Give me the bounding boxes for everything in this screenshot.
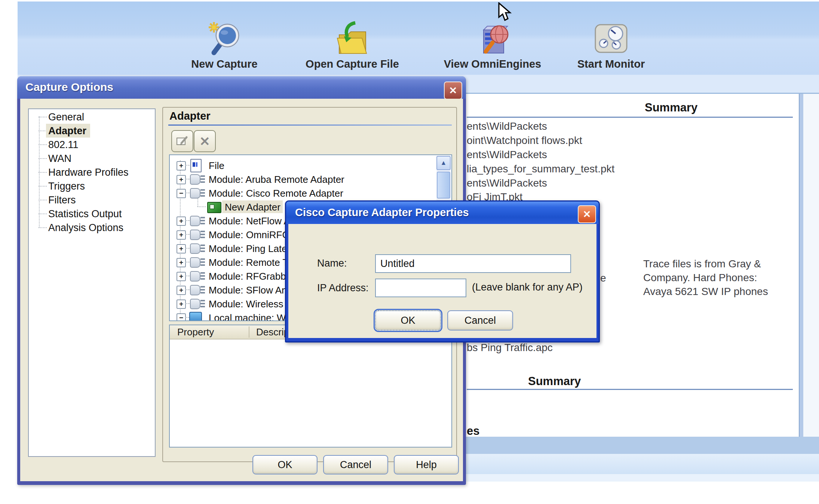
tree-row-module-cisco[interactable]: − Module: Cisco Remote Adapter	[170, 187, 450, 199]
sidebar-item-analysis-options[interactable]: Analysis Options	[29, 221, 152, 234]
help-button[interactable]: Help	[394, 455, 459, 474]
pencil-icon	[176, 135, 189, 148]
column-divider[interactable]	[249, 326, 249, 338]
cancel-button[interactable]: Cancel	[323, 455, 388, 474]
file-line: ents\WildPackets	[467, 149, 547, 161]
summary-rule-1	[467, 117, 793, 118]
description-column-header[interactable]: Descrip	[256, 326, 289, 338]
file-line: lia_types_for_summary_test.pkt	[467, 163, 614, 175]
expand-plus-icon[interactable]: +	[177, 230, 186, 240]
cisco-ok-button[interactable]: OK	[375, 310, 441, 331]
file-line: ents\WildPackets	[467, 120, 547, 132]
plug-icon	[189, 284, 206, 295]
sidebar-item-hardware-profiles[interactable]: Hardware Profiles	[29, 166, 152, 179]
app-window: New Capture Open Capture File View OmniE…	[0, 0, 819, 504]
partial-text-es: es	[467, 424, 479, 438]
cisco-dialog-title: Cisco Capture Adapter Properties	[295, 206, 469, 219]
expand-plus-icon[interactable]: +	[177, 175, 186, 184]
edit-adapter-button[interactable]	[171, 130, 193, 152]
collapse-minus-icon[interactable]: −	[177, 313, 186, 321]
tree-row-module-aruba[interactable]: + Module: Aruba Remote Adapter	[170, 173, 450, 185]
name-field[interactable]	[375, 254, 571, 273]
window-right-margin	[803, 94, 819, 437]
trace-note-line3: Avaya 5621 SW IP phones	[643, 286, 768, 298]
sidebar-item-wan[interactable]: WAN	[29, 152, 152, 165]
file-line: oint\Watchpoint flows.pkt	[467, 135, 582, 147]
expand-plus-icon[interactable]: +	[177, 272, 186, 281]
partial-text-e: e	[600, 272, 606, 284]
ip-address-label: IP Address:	[317, 282, 369, 294]
plug-icon	[189, 187, 206, 199]
new-capture-button[interactable]	[206, 21, 243, 58]
tree-row-file[interactable]: + File	[170, 160, 450, 171]
collapse-minus-icon[interactable]: −	[177, 189, 186, 198]
file-line: ents\WildPackets	[467, 177, 547, 189]
start-monitor-icon	[592, 19, 630, 57]
plug-icon	[189, 256, 206, 268]
start-monitor-label: Start Monitor	[559, 58, 663, 70]
property-list[interactable]: Property Descrip	[169, 325, 452, 448]
open-capture-file-icon	[334, 21, 371, 58]
mouse-cursor	[497, 2, 512, 23]
plug-icon	[189, 298, 206, 309]
new-capture-label: New Capture	[172, 58, 277, 70]
adapter-panel-header: Adapter	[169, 110, 211, 122]
summary-rule-2	[467, 389, 793, 390]
computer-icon	[189, 312, 202, 321]
plug-icon	[189, 215, 206, 226]
view-omniengines-icon	[473, 19, 512, 59]
plug-icon	[189, 173, 206, 185]
expand-plus-icon[interactable]: +	[177, 244, 186, 253]
sidebar-item-general[interactable]: General	[29, 111, 152, 123]
sidebar-item-adapter[interactable]: Adapter	[29, 125, 152, 137]
scrollbar-thumb[interactable]	[437, 172, 450, 199]
plug-icon	[189, 229, 206, 240]
new-adapter-icon	[207, 202, 221, 213]
name-label: Name:	[317, 258, 347, 269]
cisco-cancel-button[interactable]: Cancel	[447, 310, 513, 331]
cisco-adapter-properties-dialog: Cisco Capture Adapter Properties ✕ Name:…	[285, 200, 600, 342]
new-capture-icon	[206, 21, 243, 58]
sidebar-item-filters[interactable]: Filters	[29, 194, 152, 206]
summary-heading-2: Summary	[528, 375, 581, 388]
summary-heading-1: Summary	[645, 101, 697, 114]
capture-options-close-button[interactable]: ✕	[444, 82, 462, 99]
plug-icon	[189, 270, 206, 282]
property-column-header[interactable]: Property	[177, 326, 214, 338]
expand-plus-icon[interactable]: +	[177, 216, 186, 226]
sidebar-item-80211[interactable]: 802.11	[29, 138, 152, 151]
cisco-dialog-close-button[interactable]: ✕	[578, 205, 596, 223]
open-capture-file-button[interactable]	[334, 21, 371, 58]
delete-adapter-button[interactable]: ✕	[194, 130, 216, 152]
delete-x-icon: ✕	[199, 134, 210, 149]
view-omniengines-button[interactable]	[473, 19, 512, 59]
adapter-header-rule	[168, 125, 452, 126]
ip-hint: (Leave blank for any AP)	[472, 282, 583, 293]
plug-icon	[189, 243, 206, 254]
ping-traffic-file: bs Ping Traffic.apc	[467, 342, 553, 354]
expand-plus-icon[interactable]: +	[177, 286, 186, 295]
capture-options-title: Capture Options	[25, 81, 113, 93]
open-capture-file-label: Open Capture File	[300, 58, 405, 70]
sidebar-item-triggers[interactable]: Triggers	[29, 180, 152, 193]
ok-button[interactable]: OK	[252, 455, 318, 474]
ip-address-field[interactable]	[375, 279, 466, 297]
expand-plus-icon[interactable]: +	[177, 161, 186, 170]
start-monitor-button[interactable]	[592, 19, 630, 57]
scroll-up-icon[interactable]: ▲	[436, 156, 451, 170]
trace-note-line1: Trace files is from Gray &	[643, 258, 761, 270]
file-adapter-icon	[190, 159, 202, 172]
sidebar-item-statistics-output[interactable]: Statistics Output	[29, 208, 152, 220]
view-omniengines-label: View OmniEngines	[440, 58, 545, 70]
expand-plus-icon[interactable]: +	[177, 299, 186, 309]
toolbar-band	[18, 1, 819, 75]
expand-plus-icon[interactable]: +	[177, 258, 186, 267]
options-sidebar: General Adapter 802.11 WAN Hardware Prof…	[28, 108, 156, 457]
trace-note-line2: Company. Hard Phones:	[643, 272, 757, 284]
